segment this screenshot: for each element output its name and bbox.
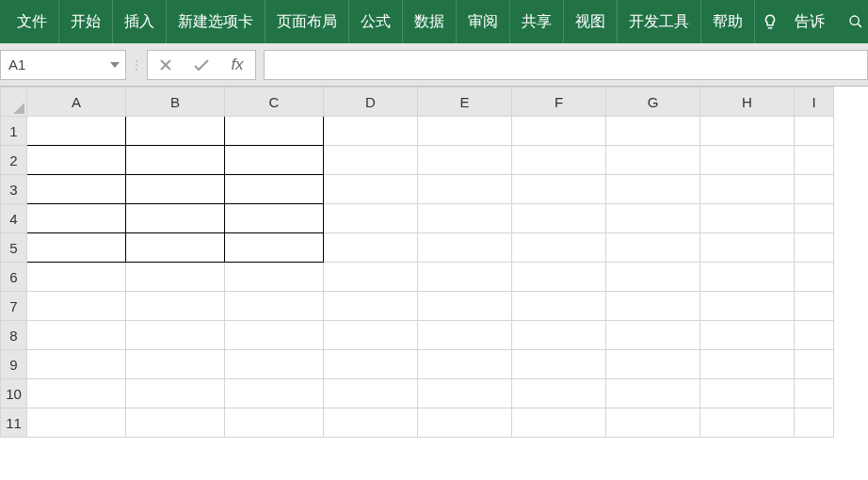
cell-E7[interactable]: [418, 292, 512, 321]
row-header-7[interactable]: 7: [1, 292, 27, 321]
cell-H1[interactable]: [700, 117, 795, 146]
cell-I3[interactable]: [795, 175, 834, 204]
cell-G11[interactable]: [606, 408, 700, 438]
cell-B1[interactable]: [126, 117, 225, 146]
cell-E1[interactable]: [418, 117, 512, 146]
cell-G6[interactable]: [606, 263, 700, 292]
cell-B4[interactable]: [126, 204, 225, 233]
cell-I11[interactable]: [795, 408, 834, 438]
cell-E3[interactable]: [418, 175, 512, 204]
cell-D2[interactable]: [324, 146, 418, 175]
cell-F10[interactable]: [512, 379, 606, 408]
row-header-2[interactable]: 2: [1, 146, 27, 175]
cell-A5[interactable]: [27, 233, 126, 263]
cell-B8[interactable]: [126, 321, 225, 350]
tab-review[interactable]: 审阅: [457, 0, 510, 43]
cell-I2[interactable]: [795, 146, 834, 175]
cell-F9[interactable]: [512, 350, 606, 379]
cell-G5[interactable]: [606, 233, 700, 263]
cell-C6[interactable]: [225, 263, 324, 292]
row-header-5[interactable]: 5: [1, 233, 27, 263]
cell-F8[interactable]: [512, 321, 606, 350]
row-header-9[interactable]: 9: [1, 350, 27, 379]
cell-B11[interactable]: [126, 408, 225, 438]
cell-C5[interactable]: [225, 233, 324, 263]
tab-data[interactable]: 数据: [403, 0, 457, 43]
cell-H11[interactable]: [700, 408, 795, 438]
row-header-3[interactable]: 3: [1, 175, 27, 204]
cell-C2[interactable]: [225, 146, 324, 175]
row-header-10[interactable]: 10: [1, 379, 27, 408]
cell-D3[interactable]: [324, 175, 418, 204]
cell-C9[interactable]: [225, 350, 324, 379]
lightbulb-icon[interactable]: [755, 0, 785, 43]
cell-B3[interactable]: [126, 175, 225, 204]
cell-G4[interactable]: [606, 204, 700, 233]
column-header-H[interactable]: H: [700, 88, 795, 117]
cell-H3[interactable]: [700, 175, 795, 204]
cell-A3[interactable]: [27, 175, 126, 204]
cell-A8[interactable]: [27, 321, 126, 350]
spreadsheet-grid[interactable]: ABCDEFGHI1234567891011: [0, 87, 868, 480]
cell-E9[interactable]: [418, 350, 512, 379]
select-all-corner[interactable]: [1, 88, 27, 117]
cell-B5[interactable]: [126, 233, 225, 263]
tab-share[interactable]: 共享: [510, 0, 564, 43]
column-header-F[interactable]: F: [512, 88, 606, 117]
cell-B6[interactable]: [126, 263, 225, 292]
cell-F3[interactable]: [512, 175, 606, 204]
name-box-dropdown-icon[interactable]: [104, 51, 125, 79]
tab-developer[interactable]: 开发工具: [618, 0, 701, 43]
cell-I5[interactable]: [795, 233, 834, 263]
tab-view[interactable]: 视图: [564, 0, 618, 43]
cell-H8[interactable]: [700, 321, 795, 350]
insert-function-button[interactable]: fx: [219, 50, 255, 80]
cell-A10[interactable]: [27, 379, 126, 408]
cell-C10[interactable]: [225, 379, 324, 408]
cell-H5[interactable]: [700, 233, 795, 263]
tab-formulas[interactable]: 公式: [349, 0, 403, 43]
cell-A2[interactable]: [27, 146, 126, 175]
cell-D8[interactable]: [324, 321, 418, 350]
column-header-D[interactable]: D: [324, 88, 418, 117]
column-header-A[interactable]: A: [27, 88, 126, 117]
cell-B7[interactable]: [126, 292, 225, 321]
cell-G2[interactable]: [606, 146, 700, 175]
cell-D4[interactable]: [324, 204, 418, 233]
column-header-G[interactable]: G: [606, 88, 700, 117]
cell-I6[interactable]: [795, 263, 834, 292]
cell-E5[interactable]: [418, 233, 512, 263]
cell-G1[interactable]: [606, 117, 700, 146]
cell-E2[interactable]: [418, 146, 512, 175]
cell-G9[interactable]: [606, 350, 700, 379]
cell-I9[interactable]: [795, 350, 834, 379]
cell-A11[interactable]: [27, 408, 126, 438]
cell-E8[interactable]: [418, 321, 512, 350]
tab-newtab[interactable]: 新建选项卡: [167, 0, 265, 43]
tell-me-input[interactable]: 告诉我: [785, 0, 846, 43]
cell-E10[interactable]: [418, 379, 512, 408]
row-header-6[interactable]: 6: [1, 263, 27, 292]
search-icon[interactable]: [846, 0, 864, 43]
cell-H6[interactable]: [700, 263, 795, 292]
cell-I7[interactable]: [795, 292, 834, 321]
row-header-4[interactable]: 4: [1, 204, 27, 233]
cell-G7[interactable]: [606, 292, 700, 321]
column-header-C[interactable]: C: [225, 88, 324, 117]
cell-F5[interactable]: [512, 233, 606, 263]
cell-F7[interactable]: [512, 292, 606, 321]
cell-C8[interactable]: [225, 321, 324, 350]
cell-D7[interactable]: [324, 292, 418, 321]
cell-C4[interactable]: [225, 204, 324, 233]
cell-I1[interactable]: [795, 117, 834, 146]
cell-A7[interactable]: [27, 292, 126, 321]
cell-F1[interactable]: [512, 117, 606, 146]
tab-pagelayout[interactable]: 页面布局: [265, 0, 349, 43]
cell-F2[interactable]: [512, 146, 606, 175]
cell-D1[interactable]: [324, 117, 418, 146]
cell-I4[interactable]: [795, 204, 834, 233]
cell-C11[interactable]: [225, 408, 324, 438]
row-header-11[interactable]: 11: [1, 408, 27, 438]
cell-D10[interactable]: [324, 379, 418, 408]
cell-G10[interactable]: [606, 379, 700, 408]
